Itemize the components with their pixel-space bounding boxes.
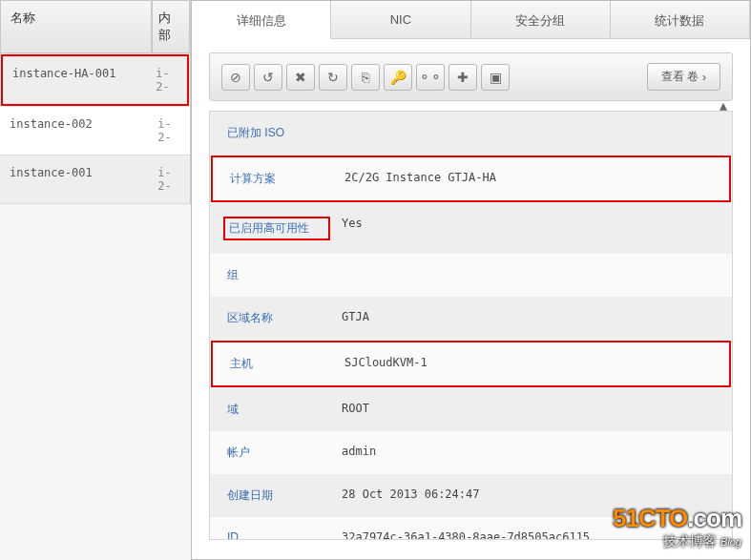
refresh-icon[interactable]: ↻ xyxy=(319,64,347,91)
destroy-icon[interactable]: ✖ xyxy=(286,64,315,91)
detail-panel: 详细信息 NIC 安全分组 统计数据 ⊘ ↺ ✖ ↻ ⎘ 🔑 ⚬⚬ ✚ ▣ 查看… xyxy=(191,0,751,560)
detail-value: 2C/2G Instance GTJA-HA xyxy=(344,171,496,187)
detail-value: 32a7974c-36a1-4380-8aae-7d8505ac6115 xyxy=(342,530,590,540)
detail-row-domain: 域 ROOT xyxy=(210,388,732,431)
detail-row-id: ID 32a7974c-36a1-4380-8aae-7d8505ac6115 xyxy=(210,517,732,540)
instance-row[interactable]: instance-HA-001 i-2- xyxy=(1,54,189,106)
instance-row[interactable]: instance-002 i-2- xyxy=(0,107,190,156)
col-internal: 内部 xyxy=(152,0,190,53)
detail-row-offering: 计算方案 2C/2G Instance GTJA-HA xyxy=(211,156,731,202)
col-name: 名称 xyxy=(0,0,152,53)
detail-value: SJCloudKVM-1 xyxy=(344,356,428,372)
detail-label: 区域名称 xyxy=(227,310,342,326)
detail-row-host: 主机 SJCloudKVM-1 xyxy=(211,341,731,387)
change-service-icon[interactable]: ⚬⚬ xyxy=(416,64,445,91)
instance-ip: i-2- xyxy=(152,107,190,155)
instance-row[interactable]: instance-001 i-2- xyxy=(0,156,190,204)
detail-value: 28 Oct 2013 06:24:47 xyxy=(342,487,480,504)
detail-list: 已附加 ISO 计算方案 2C/2G Instance GTJA-HA 已启用高… xyxy=(209,111,733,540)
detail-label: ID xyxy=(227,530,342,540)
instance-list-panel: 名称 内部 instance-HA-001 i-2- instance-002 … xyxy=(0,0,191,204)
detail-row-zone: 区域名称 GTJA xyxy=(210,297,732,340)
detail-value: admin xyxy=(342,445,376,461)
detail-label: 域 xyxy=(227,402,342,418)
reset-password-icon[interactable]: 🔑 xyxy=(384,64,412,91)
view-volumes-label: 查看 卷 xyxy=(661,69,699,85)
detail-row-iso: 已附加 ISO xyxy=(210,112,732,155)
detail-label: 已附加 ISO xyxy=(227,125,342,141)
view-volumes-button[interactable]: 查看 卷 › xyxy=(647,63,720,91)
tab-nic[interactable]: NIC xyxy=(331,1,470,38)
attach-iso-icon[interactable]: ⎘ xyxy=(351,64,380,91)
detail-label: 计算方案 xyxy=(230,171,344,187)
instance-name: instance-001 xyxy=(0,156,152,203)
detail-label: 主机 xyxy=(230,356,344,372)
action-toolbar: ⊘ ↺ ✖ ↻ ⎘ 🔑 ⚬⚬ ✚ ▣ 查看 卷 › xyxy=(209,52,733,101)
detail-label: 帐户 xyxy=(227,445,342,461)
detail-label: 组 xyxy=(227,267,342,283)
stop-icon[interactable]: ⊘ xyxy=(221,64,250,91)
chevron-right-icon: › xyxy=(702,71,706,84)
detail-label: 已启用高可用性 xyxy=(223,217,330,240)
detail-row-account: 帐户 admin xyxy=(210,431,732,474)
tab-bar: 详细信息 NIC 安全分组 统计数据 xyxy=(192,1,750,39)
detail-value: Yes xyxy=(342,217,363,240)
console-icon[interactable]: ▣ xyxy=(481,64,510,91)
instance-name: instance-002 xyxy=(0,107,152,155)
detail-row-group: 组 xyxy=(210,254,732,297)
scroll-up-icon[interactable]: ▴ xyxy=(720,96,733,110)
tab-security-group[interactable]: 安全分组 xyxy=(471,1,611,38)
instance-name: instance-HA-001 xyxy=(3,56,150,104)
tab-details[interactable]: 详细信息 xyxy=(192,1,331,39)
detail-row-created: 创建日期 28 Oct 2013 06:24:47 xyxy=(210,474,732,517)
detail-row-ha: 已启用高可用性 Yes xyxy=(210,203,732,254)
detail-value: ROOT xyxy=(342,402,369,418)
reboot-icon[interactable]: ↺ xyxy=(254,64,282,91)
detail-value: GTJA xyxy=(342,310,369,326)
detail-label: 创建日期 xyxy=(227,487,342,504)
migrate-icon[interactable]: ✚ xyxy=(449,64,477,91)
instance-ip: i-2- xyxy=(152,156,190,203)
instance-ip: i-2- xyxy=(150,56,187,104)
tab-stats[interactable]: 统计数据 xyxy=(611,1,750,38)
